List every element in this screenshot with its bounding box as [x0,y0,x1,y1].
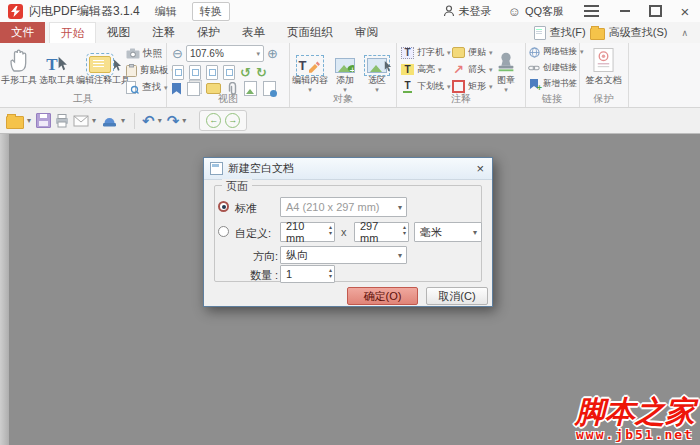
group-label-tools: 工具 [0,92,166,106]
height-down-arrow[interactable]: ▾ [403,230,406,236]
dialog-close-button[interactable]: × [474,162,486,175]
quick-access-toolbar: ▾ ▾ ▾ ↶▾ ↷▾ ← → [0,108,700,134]
ribbon-group-links: 网络链接▾ 创建链接 + 新增书签 链接 [525,43,580,107]
redo-caret[interactable]: ▾ [182,116,186,125]
typewriter-button[interactable]: T 打字机▾ [401,46,451,59]
collapse-ribbon-button[interactable]: ∧ [671,28,692,38]
dialog-title-bar: 新建空白文档 × [204,158,492,180]
sign-document-label: 签名文档 [582,74,625,87]
group-label-links: 链接 [525,92,579,106]
fit-visible-icon[interactable] [223,65,235,80]
main-menu-button[interactable] [572,5,610,17]
find-button[interactable]: 查找(F) [550,25,586,40]
qq-label: QQ客服 [525,4,564,19]
redo-icon[interactable]: ↷ [167,114,180,128]
quick-stamp-caret[interactable]: ▾ [121,116,125,125]
save-icon[interactable] [36,113,51,128]
cancel-button[interactable]: 取消(C) [426,287,488,305]
arrow-icon: ↗ [453,64,464,76]
fit-width-icon[interactable] [206,65,218,80]
rotate-left-icon[interactable]: ↺ [240,66,251,79]
open-caret[interactable]: ▾ [27,116,31,125]
width-down-arrow[interactable]: ▾ [329,230,332,236]
ok-button[interactable]: 确定(O) [347,287,418,305]
new-document-dialog: 新建空白文档 × 页面 标准 A4 (210 x 297 mm) ▾ 自定义: … [203,157,493,307]
zoom-dropdown-caret: ▾ [256,51,260,57]
add-object-icon: + [330,45,360,73]
next-view-button[interactable]: → [225,113,240,128]
page-navigation-box: ← → [199,110,247,131]
tab-page-organize[interactable]: 页面组织 [276,22,344,43]
custom-radio[interactable] [218,226,229,237]
sticky-note-button[interactable]: 便贴▾ [452,46,493,59]
highlight-button[interactable]: T 高亮▾ [401,63,451,76]
standard-size-select[interactable]: A4 (210 x 297 mm) ▾ [280,197,407,217]
orientation-label: 方向: [234,249,278,264]
undo-icon[interactable]: ↶ [142,114,155,128]
add-object-button[interactable]: + 添加 ▾ [330,45,360,93]
titlebar-tab-convert[interactable]: 转换 [192,2,230,21]
standard-radio[interactable] [218,201,229,212]
edit-annotation-icon [76,45,124,73]
find-icon [534,26,546,40]
stamp-button[interactable]: 图章 ▾ [489,45,523,93]
titlebar-tab-edit[interactable]: 编辑 [148,3,184,20]
quantity-down-arrow[interactable]: ▾ [329,273,332,279]
tab-home[interactable]: 开始 [49,22,96,43]
hand-tool-button[interactable]: 手形工具 [0,45,38,87]
advanced-find-button[interactable]: 高级查找(S) [609,25,668,40]
custom-label[interactable]: 自定义: [235,226,271,241]
left-panel-strip[interactable] [0,134,9,445]
edit-content-button[interactable]: T 编辑内容 ▾ [292,45,328,93]
login-button[interactable]: 未登录 [435,4,500,19]
arrow-button[interactable]: ↗ 箭头▾ [452,63,493,76]
sticky-note-label: 便贴 [468,46,486,59]
orientation-select[interactable]: 纵向 ▾ [280,246,407,264]
zoom-in-button[interactable]: ⊕ [267,47,278,60]
select-region-icon [362,45,392,73]
create-link-button[interactable]: 创建链接 [528,62,584,74]
fit-page-icon[interactable] [189,65,201,80]
custom-height-spinner[interactable]: 297 mm ▴▾ [354,222,409,242]
tab-forms[interactable]: 表单 [231,22,276,43]
actual-size-icon[interactable] [172,65,184,80]
standard-label[interactable]: 标准 [235,201,257,216]
stamp-icon [489,45,523,73]
add-bookmark-button[interactable]: + 新增书签 [528,78,584,90]
qq-support-button[interactable]: ☺ QQ客服 [500,4,572,19]
tab-view[interactable]: 视图 [96,22,141,43]
email-caret[interactable]: ▾ [92,116,96,125]
group-label-view: 视图 [167,92,289,106]
tab-protect[interactable]: 保护 [186,22,231,43]
previous-view-button[interactable]: ← [206,113,221,128]
select-tool-button[interactable]: T 选取工具 [38,45,76,87]
ribbon-group-comments: T 打字机▾ T 高亮▾ T 下划线▾ 便贴▾ ↗ 箭头▾ [397,43,526,107]
edit-annotation-tool-button[interactable]: 编辑注释工具 [76,45,124,87]
custom-width-spinner[interactable]: 210 mm ▴▾ [280,222,335,242]
tab-file[interactable]: 文件 [0,22,45,43]
quantity-spinner[interactable]: 1 ▴▾ [280,265,335,283]
zoom-level-select[interactable]: 107.6% ▾ [186,45,264,62]
quick-stamp-icon[interactable] [101,114,118,128]
select-tool-icon: T [38,45,76,73]
sign-document-button[interactable]: 签名文档 [582,45,625,87]
unit-select[interactable]: 毫米 ▾ [414,222,482,242]
ribbon-tabs: 文件 开始 视图 注释 保护 表单 页面组织 审阅 查找(F) 高级查找(S) … [0,22,700,44]
standard-size-value: A4 (210 x 297 mm) [286,201,380,213]
maximize-button[interactable] [640,0,670,22]
camera-icon [126,48,140,59]
email-icon[interactable] [73,115,89,127]
tab-review[interactable]: 审阅 [344,22,389,43]
zoom-out-button[interactable]: ⊖ [172,47,183,60]
select-region-button[interactable]: 选区 ▾ [362,45,392,93]
tab-comments[interactable]: 注释 [141,22,186,43]
web-link-button[interactable]: 网络链接▾ [528,46,584,58]
rotate-right-icon[interactable]: ↻ [256,66,267,79]
close-button[interactable]: × [670,0,700,22]
minimize-button[interactable] [610,0,640,22]
watermark-url: www.jb51.net [575,427,695,442]
hand-icon [0,45,38,73]
print-icon[interactable] [54,113,70,128]
undo-caret[interactable]: ▾ [158,116,162,125]
open-file-icon[interactable] [6,116,24,129]
